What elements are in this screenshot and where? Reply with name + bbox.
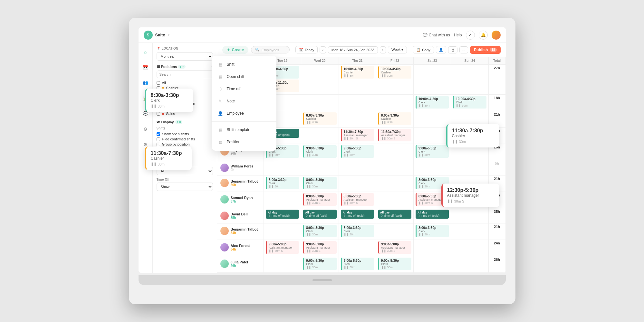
- shift-cell[interactable]: All day ☽ Time off (paid): [376, 208, 413, 223]
- print-icon-button[interactable]: 🖨: [448, 46, 457, 53]
- shift-cell[interactable]: [376, 160, 413, 175]
- shift-block[interactable]: 10:00a-4:30p Clerk ❚❚ 30m: [416, 96, 449, 109]
- publish-button[interactable]: Publish 18: [470, 46, 500, 54]
- dropdown-item-note[interactable]: ✎ Note: [212, 95, 276, 107]
- shift-cell[interactable]: [264, 192, 301, 208]
- shift-cell[interactable]: [376, 175, 413, 192]
- shift-cell[interactable]: [414, 128, 451, 144]
- shift-cell[interactable]: 8:00a-3:30p Clerk ❚❚ 30m: [264, 175, 301, 192]
- shift-cell[interactable]: [339, 160, 376, 175]
- shift-block[interactable]: 8:00a-3:30p Clerk ❚❚ 30m: [416, 225, 449, 237]
- shift-block[interactable]: 8:00a-5:00p Assistant manager ❚❚ 30m S: [341, 193, 374, 206]
- shift-block[interactable]: 8:00a-3:30p Cashier ❚❚ 30m: [378, 112, 411, 125]
- shift-cell[interactable]: [376, 144, 413, 160]
- time-off-block[interactable]: All day ☽ Time off (paid): [378, 210, 411, 219]
- shift-block[interactable]: 8:00a-3:30p Cashier ❚❚ 30m: [303, 112, 336, 125]
- more-options-button[interactable]: ···: [459, 46, 468, 53]
- shift-cell[interactable]: [264, 223, 301, 240]
- user-avatar[interactable]: [492, 31, 501, 40]
- shift-cell[interactable]: [339, 175, 376, 192]
- shift-cell[interactable]: All day ☽ Time off (paid): [339, 208, 376, 223]
- user-icon-button[interactable]: 👤: [436, 46, 446, 53]
- shift-cell[interactable]: [451, 65, 488, 95]
- dropdown-item-shift-template[interactable]: ▦ Shift template: [212, 124, 276, 136]
- bell-icon[interactable]: 🔔: [479, 31, 488, 40]
- shift-cell[interactable]: [414, 256, 451, 273]
- shift-cell[interactable]: [414, 240, 451, 256]
- shift-cell[interactable]: 9:00a-5:00p Assistant manager ❚❚ 30m S: [264, 240, 301, 256]
- shift-cell[interactable]: [339, 95, 376, 111]
- shift-block[interactable]: 9:00a-5:30p Clerk ❚❚ 30m: [303, 258, 336, 270]
- time-off-block[interactable]: All day ☽ Time off (paid): [303, 210, 336, 219]
- shift-cell[interactable]: All day ☽ Time off (paid): [414, 208, 451, 223]
- shift-cell[interactable]: All day ☽ Time off (paid): [264, 208, 301, 223]
- shift-cell[interactable]: 9:00a-5:30p Clerk ❚❚ 30m: [376, 256, 413, 273]
- chat-button[interactable]: 💬 Chat with us: [423, 33, 450, 37]
- shift-cell[interactable]: [339, 240, 376, 256]
- shift-block[interactable]: 9:00a-5:30p Clerk ❚❚ 30m: [378, 258, 411, 270]
- location-select[interactable]: Montreal: [157, 52, 213, 61]
- employees-search-input[interactable]: 🔍 Employees: [251, 46, 290, 53]
- sidebar-icon-home[interactable]: ⌂: [140, 47, 150, 57]
- shift-cell[interactable]: [451, 223, 488, 240]
- time-off-block[interactable]: All day ☽ Time off (paid): [341, 210, 374, 219]
- shift-cell[interactable]: 11:30a-7:30p Assistant manager ❚❚ 30m S: [376, 128, 413, 144]
- time-off-block[interactable]: All day ☽ Time off (paid): [416, 210, 449, 219]
- time-off-filter-select[interactable]: Show: [157, 183, 213, 191]
- show-open-shifts-checkbox[interactable]: Show open shifts: [157, 131, 213, 137]
- check-icon[interactable]: ✓: [466, 31, 475, 40]
- shift-block[interactable]: 8:00a-3:30p Clerk ❚❚ 30m: [341, 225, 374, 237]
- shift-cell[interactable]: All day ☽ Time off (paid): [301, 208, 339, 223]
- group-by-position-checkbox[interactable]: Group by position: [157, 142, 213, 147]
- shift-cell[interactable]: [339, 111, 376, 128]
- help-button[interactable]: Help: [454, 33, 462, 37]
- date-range-button[interactable]: Mon 18 - Sun 24, Jan 2023: [328, 46, 378, 53]
- position-sales-checkbox[interactable]: [157, 112, 160, 116]
- copy-button[interactable]: 📋 Copy: [413, 46, 434, 53]
- shift-cell[interactable]: [451, 160, 488, 175]
- dropdown-item-open-shift[interactable]: ▦ Open shift: [212, 71, 276, 83]
- shift-cell[interactable]: 9:00a-5:00p Assistant manager ❚❚ 30m S: [301, 240, 339, 256]
- shift-cell[interactable]: [451, 208, 488, 223]
- shift-cell[interactable]: [376, 95, 413, 111]
- position-all-checkbox[interactable]: [157, 81, 160, 85]
- shift-cell[interactable]: [414, 111, 451, 128]
- today-button[interactable]: 📅 Today: [295, 46, 318, 53]
- shift-block[interactable]: 9:00a-5:30p Clerk ❚❚ 30m: [341, 145, 374, 158]
- shift-block[interactable]: 8:00a-3:30p Clerk ❚❚ 30m: [266, 177, 299, 189]
- shift-cell[interactable]: 8:00a-5:00p Assistant manager ❚❚ 30m S: [301, 192, 339, 208]
- shift-block[interactable]: 9:00a-5:00p Assistant manager ❚❚ 30m S: [266, 241, 299, 254]
- shift-block[interactable]: 11:30a-7:30p Assistant manager ❚❚ 30m S: [378, 129, 411, 141]
- shift-cell[interactable]: 9:00a-5:30p Clerk ❚❚ 30m: [301, 144, 339, 160]
- shift-cell[interactable]: [301, 95, 339, 111]
- shift-block[interactable]: 9:00a-5:30p Clerk ❚❚ 30m: [303, 145, 336, 158]
- shift-cell[interactable]: 8:00a-3:30p Clerk ❚❚ 30m: [301, 223, 339, 240]
- shift-block[interactable]: 9:00a-5:30p Clerk ❚❚ 30m: [341, 258, 374, 270]
- shift-cell[interactable]: [451, 256, 488, 273]
- shift-cell[interactable]: 8:00a-3:30p Clerk ❚❚ 30m: [339, 223, 376, 240]
- shift-cell[interactable]: [451, 240, 488, 256]
- shift-cell[interactable]: [414, 160, 451, 175]
- shift-block[interactable]: 9:00a-5:00p Assistant manager ❚❚ 30m S: [378, 241, 411, 254]
- shift-cell[interactable]: [376, 192, 413, 208]
- shift-cell[interactable]: 8:00a-3:30p Clerk ❚❚ 30m: [301, 175, 339, 192]
- shift-cell[interactable]: 8:00a-5:00p Assistant manager ❚❚ 30m S: [339, 192, 376, 208]
- shift-cell[interactable]: [264, 256, 301, 273]
- sidebar-icon-people[interactable]: 👥: [140, 78, 150, 88]
- shift-cell[interactable]: 9:00a-5:00p Assistant manager ❚❚ 30m S: [376, 240, 413, 256]
- sidebar-icon-calendar[interactable]: 📅: [140, 62, 150, 72]
- shift-cell[interactable]: 10:00a-4:30p Clerk ❚❚ 30m: [414, 95, 451, 111]
- sidebar-icon-integrations[interactable]: ⚙: [140, 124, 150, 134]
- dropdown-item-position[interactable]: ▦ Position: [212, 136, 276, 148]
- shift-cell[interactable]: 8:00a-3:30p Cashier ❚❚ 30m: [301, 111, 339, 128]
- shift-cell[interactable]: [414, 65, 451, 95]
- shift-block[interactable]: 9:00a-5:00p Assistant manager ❚❚ 30m S: [303, 241, 336, 254]
- shift-block[interactable]: 10:00a-4:30p Cashier ❚❚ 30m: [378, 66, 411, 79]
- shift-cell[interactable]: 8:00a-3:30p Cashier ❚❚ 30m: [376, 111, 413, 128]
- shift-cell[interactable]: [301, 128, 339, 144]
- dropdown-item-shift[interactable]: ▦ Shift: [212, 58, 276, 71]
- shift-block[interactable]: 11:30a-7:30p Assistant manager ❚❚ 30m S: [341, 129, 374, 141]
- shift-block[interactable]: 10:00a-4:30p Cashier ❚❚ 30m: [341, 66, 374, 79]
- shift-cell[interactable]: 10:00a-4:30p Clerk ❚❚ 30m: [451, 95, 488, 111]
- shift-block[interactable]: 8:00a-3:30p Clerk ❚❚ 30m: [303, 177, 336, 189]
